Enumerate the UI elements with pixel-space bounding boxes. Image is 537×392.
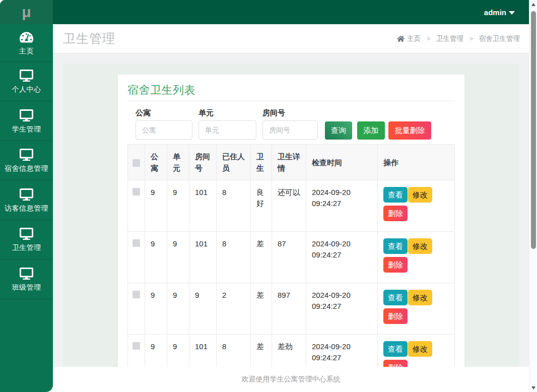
- col-header-hygiene: 卫生: [251, 145, 272, 180]
- cell-apartment: 9: [145, 283, 167, 335]
- hygiene-table-wrap: 公寓 单元 房间号 已住人员 卫生 卫生详情 检查时间 操作: [127, 144, 455, 367]
- hygiene-table: 公寓 单元 房间号 已住人员 卫生 卫生详情 检查时间 操作: [127, 144, 455, 367]
- cell-occupants: 8: [217, 232, 251, 283]
- col-header-apartment: 公寓: [145, 145, 167, 180]
- breadcrumb-current: 宿舍卫生管理: [479, 34, 520, 43]
- add-button[interactable]: 添加: [357, 121, 385, 140]
- main-content: 宿舍卫生列表 公寓 单元 房间号 查询 添加 批量删除: [53, 53, 529, 367]
- delete-button[interactable]: 删除: [383, 257, 408, 273]
- cell-occupants: 8: [217, 335, 251, 367]
- desktop-icon: [20, 268, 33, 280]
- batch-delete-button[interactable]: 批量删除: [388, 121, 431, 140]
- unit-filter-input[interactable]: [198, 120, 256, 140]
- cell-time: 2024-09-20 09:24:27: [306, 180, 378, 232]
- select-all-checkbox[interactable]: [132, 159, 140, 167]
- cell-time: 2024-09-20 09:24:27: [306, 283, 378, 335]
- query-button[interactable]: 查询: [325, 121, 352, 140]
- vertical-scrollbar[interactable]: [529, 0, 537, 392]
- scrollbar-thumb[interactable]: [531, 11, 536, 249]
- col-header-occupants: 已住人员: [217, 145, 251, 180]
- row-checkbox[interactable]: [132, 342, 140, 350]
- cell-unit: 9: [167, 232, 189, 283]
- sidebar-item-visitor-info-management[interactable]: 访客信息管理: [0, 180, 53, 220]
- breadcrumb-home[interactable]: 主页: [407, 34, 421, 43]
- table-row: 9 9 101 8 差 87 2024-09-20 09:24:27 查看修改删…: [128, 232, 455, 283]
- room-filter-label: 房间号: [262, 108, 318, 118]
- sidebar-item-hygiene-management[interactable]: 卫生管理: [0, 220, 53, 260]
- up-arrow-icon: [531, 3, 535, 6]
- sidebar-item-home[interactable]: 主页: [0, 24, 53, 62]
- cell-room: 101: [189, 180, 217, 232]
- filter-group-apartment: 公寓: [136, 108, 192, 140]
- cell-actions: 查看修改删除: [378, 335, 455, 367]
- filter-group-room: 房间号: [262, 108, 318, 140]
- cell-room: 101: [189, 335, 217, 367]
- col-header-actions: 操作: [378, 145, 455, 180]
- sidebar-item-label: 卫生管理: [0, 243, 53, 252]
- delete-button[interactable]: 删除: [383, 206, 408, 221]
- view-button[interactable]: 查看: [383, 238, 408, 254]
- cell-room: 9: [189, 283, 217, 335]
- row-checkbox[interactable]: [132, 291, 140, 298]
- cell-time: 2024-09-20 09:24:27: [306, 335, 378, 367]
- col-header-unit: 单元: [167, 145, 189, 180]
- edit-button[interactable]: 修改: [408, 238, 432, 254]
- username: admin: [484, 8, 506, 17]
- scrollbar-down-arrow[interactable]: [529, 383, 537, 392]
- view-button[interactable]: 查看: [383, 341, 408, 357]
- app-logo[interactable]: μ: [0, 0, 53, 24]
- desktop-icon: [20, 70, 33, 82]
- room-filter-input[interactable]: [262, 120, 318, 140]
- sidebar-item-label: 主页: [0, 47, 53, 56]
- cell-unit: 9: [167, 335, 189, 367]
- sidebar-item-class-management[interactable]: 班级管理: [0, 259, 53, 299]
- apartment-filter-input[interactable]: [136, 120, 192, 140]
- delete-button[interactable]: 删除: [383, 360, 408, 367]
- down-arrow-icon: [531, 386, 535, 389]
- card-title-divider: [127, 101, 455, 101]
- scrollbar-up-arrow[interactable]: [529, 0, 537, 9]
- sidebar-item-student-management[interactable]: 学生管理: [0, 101, 53, 141]
- row-checkbox[interactable]: [132, 239, 140, 247]
- col-header-room: 房间号: [189, 145, 217, 180]
- cell-actions: 查看修改删除: [378, 283, 455, 335]
- cell-time: 2024-09-20 09:24:27: [306, 232, 378, 283]
- cell-room: 101: [189, 232, 217, 283]
- sidebar-item-dorm-info-management[interactable]: 宿舍信息管理: [0, 141, 53, 181]
- cell-apartment: 9: [145, 232, 167, 283]
- cell-hygiene: 良好: [251, 180, 272, 232]
- sidebar-nav: 主页 个人中心 学生管理 宿舍信息管理 访客信息管理: [0, 24, 53, 299]
- sidebar-item-label: 访客信息管理: [0, 204, 53, 213]
- sidebar-item-label: 班级管理: [0, 283, 53, 292]
- user-menu[interactable]: admin: [484, 0, 515, 24]
- edit-button[interactable]: 修改: [408, 187, 432, 203]
- edit-button[interactable]: 修改: [408, 290, 432, 305]
- edit-button[interactable]: 修改: [408, 341, 432, 357]
- cell-occupants: 8: [217, 180, 251, 232]
- cell-hygiene: 差: [251, 335, 272, 367]
- sidebar-item-label: 宿舍信息管理: [0, 164, 53, 173]
- breadcrumb-hygiene[interactable]: 卫生管理: [436, 34, 463, 43]
- breadcrumb-separator: >: [469, 35, 473, 42]
- cell-occupants: 2: [217, 283, 251, 335]
- page-header: 卫生管理 主页 > 卫生管理 > 宿舍卫生管理: [53, 24, 529, 53]
- cell-unit: 9: [167, 180, 189, 232]
- cell-unit: 9: [167, 283, 189, 335]
- row-checkbox[interactable]: [132, 188, 140, 195]
- desktop-icon: [20, 109, 33, 121]
- hygiene-list-card: 宿舍卫生列表 公寓 单元 房间号 查询 添加 批量删除: [117, 74, 465, 367]
- page-title: 卫生管理: [63, 24, 115, 53]
- sidebar-item-label: 学生管理: [0, 125, 53, 134]
- view-button[interactable]: 查看: [383, 290, 408, 305]
- table-row: 9 9 101 8 差 差劲 2024-09-20 09:24:27 查看修改删…: [128, 335, 455, 367]
- filter-group-unit: 单元: [198, 108, 256, 140]
- filter-row: 公寓 单元 房间号 查询 添加 批量删除: [127, 108, 455, 140]
- desktop-icon: [20, 228, 33, 240]
- cell-detail: 差劲: [272, 335, 306, 367]
- cell-apartment: 9: [145, 335, 167, 367]
- delete-button[interactable]: 删除: [383, 308, 408, 324]
- desktop-icon: [20, 149, 33, 161]
- sidebar-item-personal-center[interactable]: 个人中心: [0, 62, 53, 102]
- view-button[interactable]: 查看: [383, 187, 408, 203]
- table-header-row: 公寓 单元 房间号 已住人员 卫生 卫生详情 检查时间 操作: [128, 145, 455, 180]
